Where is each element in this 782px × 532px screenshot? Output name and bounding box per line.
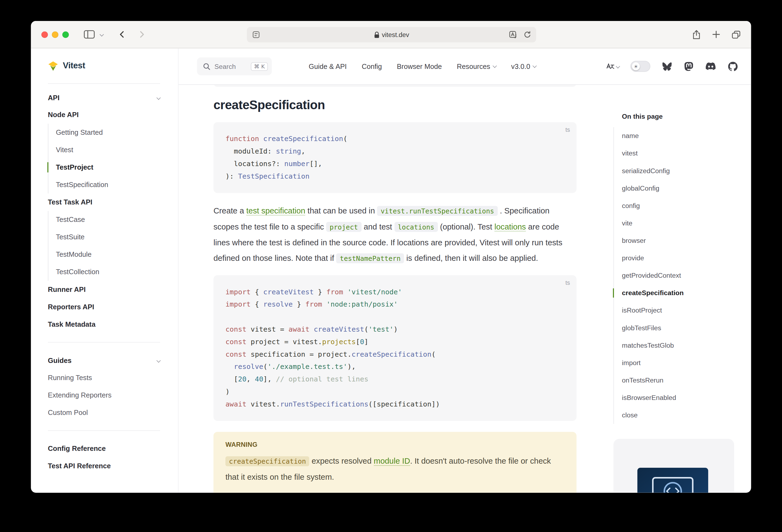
sidebar-item-task-metadata[interactable]: Task Metadata xyxy=(48,316,160,333)
code-token: [ xyxy=(225,375,238,383)
signature-code-block[interactable]: ts function createSpecification( moduleI… xyxy=(213,122,576,193)
nav-link-resources[interactable]: Resources xyxy=(457,62,496,70)
language-menu-button[interactable] xyxy=(606,62,619,70)
toc-item-import[interactable]: import xyxy=(622,354,734,371)
toc-item-createspecification[interactable]: createSpecification xyxy=(622,284,734,302)
sidebar-item-runner-api[interactable]: Runner API xyxy=(48,281,160,298)
zoom-window-button[interactable] xyxy=(62,31,69,38)
toc-item-isbrowserenabled[interactable]: isBrowserEnabled xyxy=(622,389,734,406)
inline-link[interactable]: locations xyxy=(494,222,526,231)
reload-button[interactable] xyxy=(520,28,534,41)
toc-item-config[interactable]: config xyxy=(622,197,734,214)
description-paragraph: Create a test specification that can be … xyxy=(213,203,566,266)
sidebar-subitems: Getting StartedVitestTestProjectTestSpec… xyxy=(48,123,160,193)
sidebar-item-config-reference[interactable]: Config Reference xyxy=(48,440,160,457)
forward-button[interactable] xyxy=(135,28,149,41)
close-window-button[interactable] xyxy=(41,31,48,38)
sidebar-divider xyxy=(48,430,160,431)
inline-link[interactable]: test specification xyxy=(246,206,305,215)
chevron-down-icon xyxy=(533,64,537,68)
inline-link[interactable]: module ID xyxy=(374,457,410,465)
toc-item-globtestfiles[interactable]: globTestFiles xyxy=(622,319,734,336)
forward-icon xyxy=(138,31,146,38)
sidebar-menu-chevron[interactable] xyxy=(98,28,106,41)
sidebar-item-test-api-reference[interactable]: Test API Reference xyxy=(48,457,160,475)
sidebar-toggle-button[interactable] xyxy=(82,28,96,41)
sidebar-item-running-tests[interactable]: Running Tests xyxy=(48,369,160,386)
code-token: specification = project. xyxy=(246,350,352,358)
toc-item-vitest[interactable]: vitest xyxy=(622,145,734,162)
sidebar-item-custom-pool[interactable]: Custom Pool xyxy=(48,404,160,422)
nav-link-config[interactable]: Config xyxy=(362,62,382,70)
sidebar-section-guides[interactable]: Guides xyxy=(48,352,160,369)
code-token: locations? xyxy=(225,159,276,168)
sidebar-section-api[interactable]: API xyxy=(48,89,160,106)
github-link[interactable] xyxy=(727,61,738,72)
safari-window: vitest.dev xyxy=(31,21,751,493)
chevron-down-icon xyxy=(156,358,161,363)
code-line: const specification = project.createSpec… xyxy=(225,348,565,360)
code-line: const vitest = await createVitest('test'… xyxy=(225,323,565,336)
code-token: from xyxy=(305,300,322,308)
sidebar-item-testcollection[interactable]: TestCollection xyxy=(56,263,160,281)
sidebar-icon xyxy=(84,30,95,39)
text-run: (optional). Test xyxy=(438,222,494,231)
docs-top-nav: Search ⌘ K Guide & APIConfigBrowser Mode… xyxy=(179,48,751,85)
nav-link-v3-0-0[interactable]: v3.0.0 xyxy=(511,62,536,70)
back-button[interactable] xyxy=(115,28,129,41)
sidebar-item-node-api[interactable]: Node API xyxy=(48,106,160,123)
site-logo[interactable]: Vitest xyxy=(48,58,160,74)
code-token: function xyxy=(225,135,263,143)
code-token: TestSpecification xyxy=(238,172,309,180)
site-title: Vitest xyxy=(63,61,85,71)
address-bar[interactable]: vitest.dev xyxy=(247,27,536,42)
share-button[interactable] xyxy=(689,28,703,41)
minimize-window-button[interactable] xyxy=(52,31,58,38)
nav-link-label: Resources xyxy=(457,62,490,70)
discord-link[interactable] xyxy=(705,61,716,72)
toc-item-provide[interactable]: provide xyxy=(622,249,734,267)
sidebar-item-testproject[interactable]: TestProject xyxy=(56,158,160,176)
toc-item-isrootproject[interactable]: isRootProject xyxy=(622,302,734,319)
code-token: } xyxy=(314,288,326,296)
sidebar-divider xyxy=(48,342,160,343)
translate-button[interactable] xyxy=(506,28,520,41)
code-token: from xyxy=(326,288,343,296)
example-code-block[interactable]: ts import { createVitest } from 'vitest/… xyxy=(213,275,576,421)
appearance-toggle[interactable]: ☀ xyxy=(630,61,650,72)
toc-item-close[interactable]: close xyxy=(622,406,734,424)
sidebar-item-testmodule[interactable]: TestModule xyxy=(56,246,160,263)
mastodon-link[interactable] xyxy=(683,61,694,72)
sidebar-item-testspecification[interactable]: TestSpecification xyxy=(56,176,160,193)
toc-item-globalconfig[interactable]: globalConfig xyxy=(622,179,734,197)
sidebar-item-test-task-api[interactable]: Test Task API xyxy=(48,193,160,211)
code-token: [], xyxy=(310,159,322,168)
toc-item-serializedconfig[interactable]: serializedConfig xyxy=(622,162,734,179)
tab-overview-button[interactable] xyxy=(729,28,743,41)
sidebar-item-extending-reporters[interactable]: Extending Reporters xyxy=(48,387,160,404)
toc-item-ontestsrerun[interactable]: onTestsRerun xyxy=(622,371,734,389)
code-token: const xyxy=(225,338,246,346)
sidebar-item-testsuite[interactable]: TestSuite xyxy=(56,228,160,246)
nav-link-browser-mode[interactable]: Browser Mode xyxy=(397,62,442,70)
sidebar-item-getting-started[interactable]: Getting Started xyxy=(56,123,160,141)
toc-item-matchestestglob[interactable]: matchesTestGlob xyxy=(622,336,734,354)
new-tab-button[interactable] xyxy=(709,28,723,41)
bluesky-link[interactable] xyxy=(662,61,672,72)
nav-link-guide-api[interactable]: Guide & API xyxy=(309,62,347,70)
sidebar-item-reporters-api[interactable]: Reporters API xyxy=(48,298,160,316)
toc-item-vite[interactable]: vite xyxy=(622,215,734,232)
page-content[interactable]: createSpecification ts function createSp… xyxy=(179,85,751,493)
sponsor-ad-card[interactable] xyxy=(613,439,734,493)
toc-item-name[interactable]: name xyxy=(622,127,734,145)
search-button[interactable]: Search ⌘ K xyxy=(197,58,272,75)
toc-item-getprovidedcontext[interactable]: getProvidedContext xyxy=(622,267,734,284)
code-token: ) xyxy=(394,325,398,333)
back-icon xyxy=(118,31,126,38)
tab-overview-icon xyxy=(732,30,741,39)
sidebar-item-testcase[interactable]: TestCase xyxy=(56,211,160,228)
code-token: // optional test lines xyxy=(276,375,368,383)
sidebar-item-vitest[interactable]: Vitest xyxy=(56,141,160,158)
search-label: Search xyxy=(215,63,247,70)
toc-item-browser[interactable]: browser xyxy=(622,232,734,249)
